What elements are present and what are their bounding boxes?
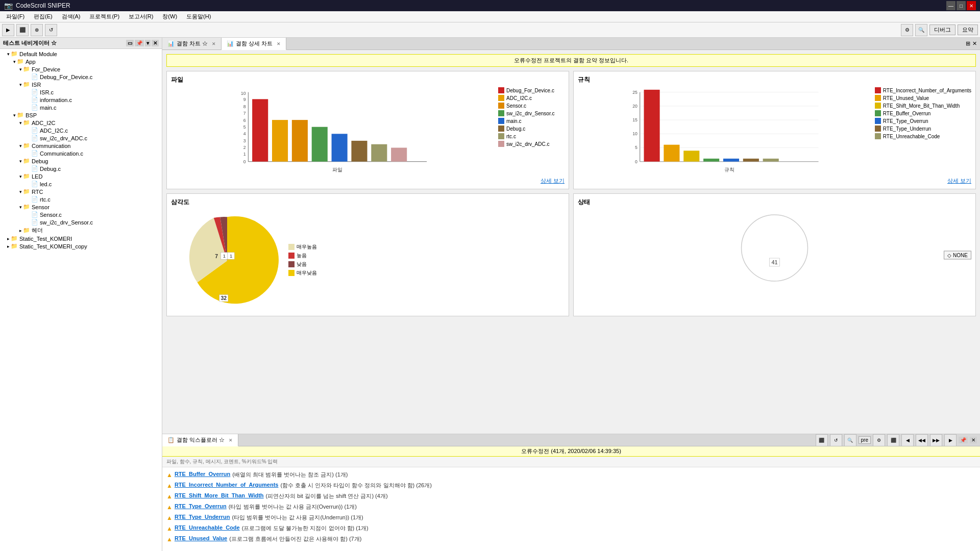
tree-item-app[interactable]: ▾📁App	[1, 58, 161, 65]
tool-btn-3[interactable]: ⊕	[31, 24, 43, 36]
error-item-err3[interactable]: ▲RTE_Shift_More_Bit_Than_Width (피연산자의 bi…	[164, 491, 978, 502]
tree-item-debug-c[interactable]: 📄Debug.c	[1, 165, 161, 172]
bottom-action-4[interactable]: ⚙	[873, 434, 885, 446]
nav-close-icon[interactable]: ✕	[152, 40, 159, 46]
menu-report[interactable]: 보고서(R)	[125, 12, 157, 21]
tree-item-adc-i2c-c[interactable]: 📄ADC_I2C.c	[1, 127, 161, 134]
nav-pin-icon[interactable]: 📌	[135, 40, 144, 46]
tab-result-explorer-close[interactable]: ✕	[229, 438, 233, 443]
error-rule-label[interactable]: RTE_Unused_Value	[175, 535, 227, 541]
tab-result-chart-close[interactable]: ✕	[212, 41, 216, 46]
ok-button[interactable]: 요약	[958, 24, 978, 35]
svg-rect-40	[723, 159, 739, 162]
nav-collapse-icon[interactable]: ▭	[126, 40, 134, 46]
toolbar-icon-2[interactable]: 🔍	[915, 24, 927, 36]
tab-result-explorer[interactable]: 📋 결함 익스플로러 ☆ ✕	[162, 434, 238, 446]
error-rule-label[interactable]: RTE_Shift_More_Bit_Than_Width	[175, 492, 264, 498]
tree-item-bsp[interactable]: ▾📁BSP	[1, 111, 161, 119]
rule-legend-6: RTE_Type_Underrun	[875, 126, 971, 132]
error-rule-label[interactable]: RTE_Type_Overrun	[175, 503, 227, 509]
tab-collapse-icon[interactable]: ✕	[972, 40, 977, 47]
tree-item-rtc-c[interactable]: 📄rtc.c	[1, 195, 161, 203]
tree-type-icon: 📁	[11, 235, 18, 242]
none-badge[interactable]: ◇ NONE	[944, 251, 971, 259]
error-item-err7[interactable]: ▲RTE_Unused_Value (프로그램 흐름에서 만들어진 값은 사용해…	[164, 534, 978, 544]
tree-item-isr-c[interactable]: 📄ISR.c	[1, 88, 161, 96]
main-tab-bar: 📊 결함 차트 ☆ ✕ 📊 결함 상세 차트 ✕ ⊞ ✕	[162, 38, 980, 50]
tree-item-default-module[interactable]: ▾📁Default Module	[1, 50, 161, 58]
bottom-action-9[interactable]: ▶	[944, 434, 957, 446]
bottom-action-3[interactable]: 🔍	[844, 434, 856, 446]
tab-expand-icon[interactable]: ⊞	[966, 40, 970, 47]
tab-result-chart-label: 결함 차트 ☆	[177, 40, 208, 47]
tree-item-sensor[interactable]: ▾📁Sensor	[1, 203, 161, 211]
tab-result-detail-close[interactable]: ✕	[277, 41, 281, 46]
error-item-err2[interactable]: ▲RTE_Incorrect_Number_of_Arguments (함수 호…	[164, 480, 978, 491]
close-button[interactable]: ✕	[967, 1, 976, 10]
tree-item-adc-i2c[interactable]: ▾📁ADC_I2C	[1, 119, 161, 127]
bottom-action-1[interactable]: ⬛	[816, 434, 828, 446]
tree-item-communication-c[interactable]: 📄Communication.c	[1, 149, 161, 157]
tree-item-label: sw_i2c_drv_Sensor.c	[40, 219, 93, 226]
error-item-err6[interactable]: ▲RTE_Unreachable_Code (프로그램에 도달 불가능한 지점이…	[164, 523, 978, 534]
rule-chart-detail-link[interactable]: 상세 보기	[578, 177, 971, 185]
bottom-action-7[interactable]: ◀◀	[916, 434, 928, 446]
tab-result-detail[interactable]: 📊 결함 상세 차트 ✕	[222, 38, 286, 50]
error-rule-label[interactable]: RTE_Unreachable_Code	[175, 524, 240, 531]
legend-item-3: Sensor.c	[498, 103, 565, 109]
tree-item-led[interactable]: ▾📁LED	[1, 172, 161, 180]
tree-item-header[interactable]: ▸📁헤더	[1, 226, 161, 235]
svg-text:32: 32	[221, 295, 227, 301]
file-chart-detail-link[interactable]: 상세 보기	[171, 177, 565, 185]
rule-chart-inner: 0 5 10 15 20 25	[578, 87, 971, 175]
bottom-action-5[interactable]: ⬛	[887, 434, 899, 446]
bottom-tab-actions: ⬛ ↺ 🔍 pre ⚙ ⬛ ◀ ◀◀ ▶▶ ▶ 📌 ✕	[813, 434, 980, 446]
minimize-button[interactable]: —	[946, 1, 955, 10]
bottom-close-icon[interactable]: ✕	[970, 437, 977, 443]
tree-item-for-device[interactable]: ▾📁For_Device	[1, 65, 161, 73]
tree-item-communication[interactable]: ▾📁Communication	[1, 142, 161, 149]
error-description: (함수 호출 시 인자와 타입이 함수 정의와 일치해야 함) (26개)	[280, 482, 431, 489]
menu-project[interactable]: 프로젝트(P)	[85, 12, 124, 21]
tree-item-information-c[interactable]: 📄information.c	[1, 96, 161, 104]
maximize-button[interactable]: □	[957, 1, 966, 10]
nav-menu-icon[interactable]: ▾	[145, 40, 151, 46]
menu-help[interactable]: 도움말(H)	[182, 12, 215, 21]
tree-item-sw-i2c-drv-adc-c[interactable]: 📄sw_i2c_drv_ADC.c	[1, 134, 161, 142]
bottom-action-8[interactable]: ▶▶	[930, 434, 942, 446]
menu-search[interactable]: 검색(A)	[58, 12, 85, 21]
rule-legend-color-7	[875, 133, 881, 139]
error-rule-label[interactable]: RTE_Buffer_Overrun	[175, 471, 230, 477]
tool-btn-2[interactable]: ⬛	[16, 24, 29, 36]
tree-item-led-c[interactable]: 📄led.c	[1, 180, 161, 188]
toolbar-icon-1[interactable]: ⚙	[901, 24, 913, 36]
bottom-filter[interactable]: 파일, 함수, 규칙, 메시지, 코멘트, %키워드% 입력	[162, 457, 980, 467]
tree-item-debug[interactable]: ▾📁Debug	[1, 157, 161, 165]
bottom-action-6[interactable]: ◀	[901, 434, 914, 446]
tree-type-icon: 📄	[31, 150, 38, 157]
menu-edit[interactable]: 편집(E)	[30, 12, 57, 21]
menu-file[interactable]: 파일(F)	[2, 12, 29, 21]
error-item-err4[interactable]: ▲RTE_Type_Overrun (타입 범위를 벗어나는 값 사용 금지(O…	[164, 502, 978, 512]
bottom-pin-icon[interactable]: 📌	[959, 437, 968, 443]
debug-button[interactable]: 디버그	[929, 24, 955, 35]
triangle-chart-container: 삼각도	[166, 193, 569, 316]
nav-panel-icons: ▭ 📌 ▾ ✕	[126, 40, 159, 46]
tree-item-sensor-c[interactable]: 📄Sensor.c	[1, 211, 161, 218]
tool-btn-4[interactable]: ↺	[45, 24, 57, 36]
tree-item-main-c[interactable]: 📄main.c	[1, 104, 161, 111]
bottom-action-2[interactable]: ↺	[830, 434, 842, 446]
tree-item-static-test-komeri-copy[interactable]: ▸📁Static_Test_KOMERI_copy	[1, 242, 161, 250]
error-rule-label[interactable]: RTE_Incorrect_Number_of_Arguments	[175, 482, 279, 488]
tree-item-debug-for-device[interactable]: 📄Debug_For_Device.c	[1, 73, 161, 81]
menu-window[interactable]: 창(W)	[158, 12, 181, 21]
tree-item-rtc[interactable]: ▾📁RTC	[1, 188, 161, 195]
error-rule-label[interactable]: RTE_Type_Underrun	[175, 514, 230, 520]
tree-item-sw-i2c-drv-sensor-c[interactable]: 📄sw_i2c_drv_Sensor.c	[1, 218, 161, 226]
tool-btn-1[interactable]: ▶	[2, 24, 14, 36]
error-item-err5[interactable]: ▲RTE_Type_Underrun (타입 범위를 벗어나는 값 사용 금지(…	[164, 512, 978, 523]
tab-result-chart[interactable]: 📊 결함 차트 ☆ ✕	[162, 38, 222, 49]
error-item-err1[interactable]: ▲RTE_Buffer_Overrun (배열의 최대 범위를 벗어나는 참조 …	[164, 469, 978, 480]
tree-item-isr[interactable]: ▾📁ISR	[1, 81, 161, 88]
tree-item-static-test-komeri[interactable]: ▸📁Static_Test_KOMERI	[1, 235, 161, 242]
